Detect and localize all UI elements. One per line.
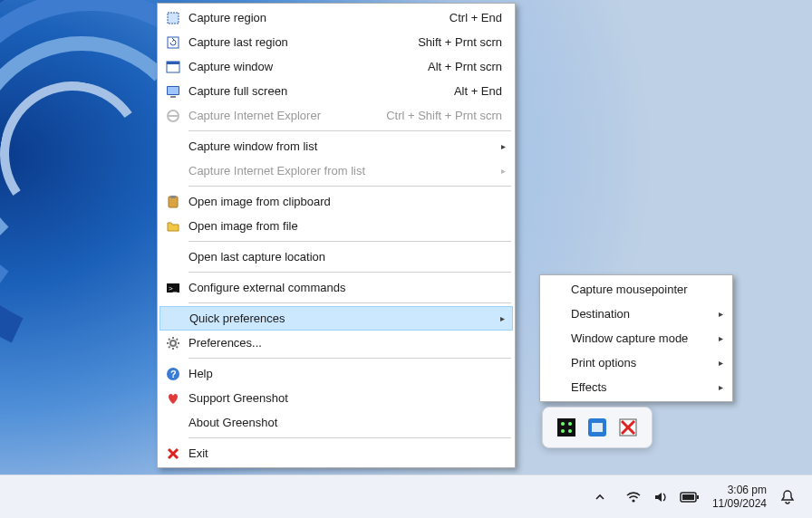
menu-shortcut: Ctrl + End (450, 11, 509, 24)
menu-label: Quick preferences (186, 312, 496, 325)
menu-label: Capture window (185, 60, 428, 73)
menu-shortcut: Shift + Prnt scrn (418, 35, 509, 49)
menu-shortcut: Alt + End (454, 84, 509, 98)
menu-label: Configure external commands (185, 281, 509, 294)
terminal-icon: >_ (161, 279, 185, 297)
menu-capture-full-screen[interactable]: Capture full screen Alt + End (160, 79, 513, 103)
menu-quick-preferences[interactable]: Quick preferences ▸ (160, 306, 513, 331)
menu-label: Open image from clipboard (185, 195, 509, 208)
svg-line-20 (177, 339, 179, 341)
svg-rect-31 (592, 423, 603, 432)
menu-label: Capture Internet Explorer (185, 109, 386, 122)
greenshot-tray-menu: Capture region Ctrl + End Capture last r… (157, 3, 516, 468)
menu-exit[interactable]: Exit (160, 441, 513, 465)
help-icon: ? (161, 365, 185, 383)
svg-point-26 (561, 422, 565, 426)
clipboard-icon (161, 193, 185, 211)
menu-capture-window-from-list[interactable]: Capture window from list ▸ (160, 134, 513, 158)
menu-support[interactable]: Support Greenshot (160, 386, 513, 410)
blank-icon (544, 354, 567, 372)
menu-label: Open image from file (185, 219, 509, 233)
menu-label: Destination (567, 307, 714, 321)
notifications-icon[interactable] (779, 489, 796, 505)
menu-separator (188, 272, 511, 273)
blank-icon (162, 310, 186, 328)
blank-icon (544, 281, 567, 299)
blank-icon (544, 305, 567, 323)
submenu-window-capture-mode[interactable]: Window capture mode ▸ (542, 326, 730, 350)
menu-capture-ie: Capture Internet Explorer Ctrl + Shift +… (160, 103, 513, 128)
clock-date: 11/09/2024 (712, 497, 767, 511)
submenu-destination[interactable]: Destination ▸ (542, 302, 730, 326)
ie-icon (161, 107, 185, 125)
menu-separator (188, 241, 511, 242)
menu-shortcut: Ctrl + Shift + Prnt scrn (386, 109, 509, 122)
blank-icon (544, 330, 567, 348)
menu-label: Open last capture location (185, 250, 509, 264)
menu-label: Capture mousepointer (567, 283, 727, 296)
menu-configure-external[interactable]: >_ Configure external commands (160, 275, 513, 300)
svg-point-35 (632, 499, 634, 502)
blank-icon (161, 138, 185, 156)
svg-text:>_: >_ (169, 284, 178, 293)
menu-about[interactable]: About Greenshot (160, 410, 513, 435)
window-icon (161, 58, 185, 76)
svg-rect-9 (170, 196, 176, 198)
svg-line-17 (169, 339, 170, 341)
heart-icon (161, 389, 185, 408)
menu-label: Window capture mode (567, 331, 714, 345)
menu-label: Capture last region (185, 35, 418, 49)
tray-overflow-button[interactable] (587, 484, 613, 510)
submenu-arrow-icon: ▸ (714, 358, 727, 368)
quick-preferences-submenu: Capture mousepointer Destination ▸ Windo… (539, 274, 733, 402)
blank-icon (161, 248, 185, 266)
svg-rect-25 (557, 418, 575, 436)
menu-label: Exit (185, 446, 509, 460)
menu-label: Effects (567, 380, 714, 394)
volume-icon[interactable] (652, 489, 669, 505)
taskbar: 3:06 pm 11/09/2024 (0, 475, 812, 518)
tray-icon-app3[interactable] (619, 418, 637, 436)
menu-label: Capture full screen (185, 84, 454, 98)
menu-separator (188, 358, 511, 359)
wifi-icon[interactable] (625, 489, 642, 505)
menu-help[interactable]: ? Help (160, 361, 513, 386)
menu-separator (188, 437, 511, 438)
menu-capture-region[interactable]: Capture region Ctrl + End (160, 5, 513, 30)
svg-text:?: ? (170, 369, 177, 379)
menu-label: About Greenshot (185, 416, 509, 429)
close-icon (161, 445, 185, 463)
tray-overflow-popup (542, 407, 652, 448)
monitor-icon (161, 82, 185, 101)
submenu-print-options[interactable]: Print options ▸ (542, 350, 730, 375)
svg-line-18 (177, 346, 179, 348)
svg-rect-5 (168, 87, 179, 94)
submenu-arrow-icon: ▸ (497, 166, 509, 176)
svg-rect-3 (167, 62, 179, 64)
blank-icon (544, 379, 567, 397)
menu-capture-last-region[interactable]: Capture last region Shift + Prnt scrn (160, 30, 513, 54)
gear-icon (161, 334, 185, 352)
menu-shortcut: Alt + Prnt scrn (428, 60, 509, 73)
tray-icon-greenshot[interactable] (557, 418, 575, 436)
menu-label: Support Greenshot (185, 391, 509, 405)
menu-open-file[interactable]: Open image from file (160, 214, 513, 238)
menu-separator (188, 130, 511, 131)
tray-icon-app2[interactable] (588, 418, 606, 436)
menu-label: Preferences... (185, 336, 509, 350)
svg-point-28 (561, 429, 565, 433)
submenu-capture-mousepointer[interactable]: Capture mousepointer (542, 277, 730, 302)
submenu-effects[interactable]: Effects ▸ (542, 375, 730, 399)
battery-icon[interactable] (680, 491, 700, 504)
menu-capture-window[interactable]: Capture window Alt + Prnt scrn (160, 54, 513, 79)
region-icon (161, 9, 185, 27)
menu-separator (188, 186, 511, 187)
submenu-arrow-icon: ▸ (497, 141, 509, 151)
submenu-arrow-icon: ▸ (714, 382, 727, 392)
menu-open-last-location[interactable]: Open last capture location (160, 245, 513, 269)
svg-rect-0 (168, 13, 179, 24)
menu-open-clipboard[interactable]: Open image from clipboard (160, 189, 513, 214)
menu-preferences[interactable]: Preferences... (160, 331, 513, 355)
svg-rect-6 (170, 96, 176, 98)
taskbar-clock[interactable]: 3:06 pm 11/09/2024 (712, 484, 767, 511)
